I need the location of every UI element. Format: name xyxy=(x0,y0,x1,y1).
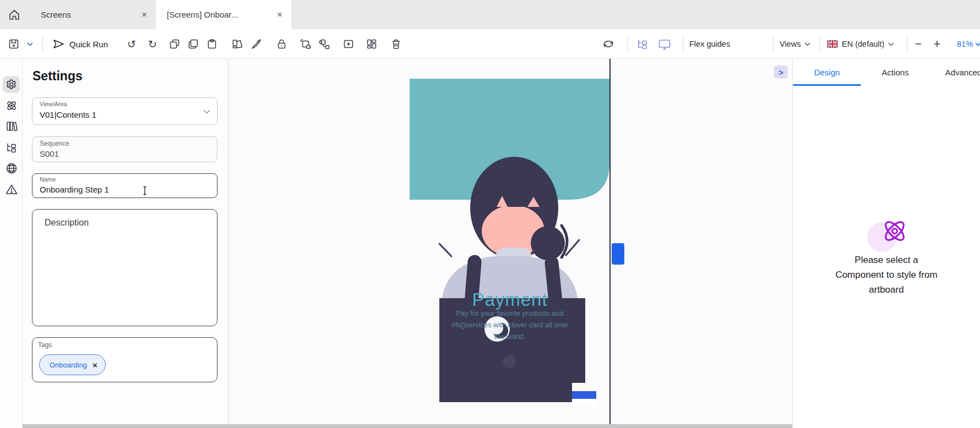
layout-button[interactable] xyxy=(362,35,381,53)
zoom-out-button[interactable]: − xyxy=(911,35,926,53)
lock-icon xyxy=(276,39,287,50)
views-label: Views xyxy=(780,40,801,48)
undo-button[interactable]: ↺ xyxy=(122,35,141,53)
sequence-label: Sequence xyxy=(40,140,69,147)
tags-field[interactable]: Tags Onboarding × xyxy=(32,337,217,382)
tag-chip-onboarding[interactable]: Onboarding × xyxy=(39,354,106,375)
quick-run-icon xyxy=(53,39,64,49)
description-textarea[interactable]: Description xyxy=(32,209,217,326)
sidebar-item-localization[interactable] xyxy=(3,160,20,177)
chevron-down-icon xyxy=(203,109,210,114)
copy-icon xyxy=(169,39,180,50)
chevron-down-icon xyxy=(27,42,33,46)
brush-icon xyxy=(251,39,262,50)
chevron-down-icon xyxy=(804,42,810,46)
tab-label: Design xyxy=(814,68,840,77)
view-area-value: V01|Contents 1 xyxy=(40,110,96,119)
chevron-down-icon xyxy=(888,42,894,46)
trash-icon xyxy=(391,39,401,50)
inspector-panel: Design Actions Advanced Please select a … xyxy=(792,59,980,428)
tab-label: Actions xyxy=(881,68,908,77)
zoom-in-button[interactable]: + xyxy=(929,35,945,53)
toolbar-separator xyxy=(627,36,628,52)
tag-label: Onboarding xyxy=(50,361,87,369)
tab-advanced[interactable]: Advanced xyxy=(929,59,980,86)
remove-tag-icon[interactable]: × xyxy=(92,361,97,369)
sidebar-item-library[interactable] xyxy=(3,118,20,135)
body-line: #N{]services with clover card all over xyxy=(451,321,568,329)
tab-label: [Screens] Onboar... xyxy=(167,10,269,19)
empty-state-message: Please select a Component to style from … xyxy=(804,253,969,297)
toolbar-separator xyxy=(819,36,820,52)
tab-screens[interactable]: Screens × xyxy=(30,0,156,29)
quick-run-button[interactable]: Quick Run xyxy=(48,35,112,53)
add-screen-icon xyxy=(343,39,354,50)
message-line: Please select a xyxy=(854,255,918,265)
panel-expand-button[interactable]: > xyxy=(774,65,788,79)
app-window: Screens × [Screens] Onboar... × xyxy=(0,0,980,428)
ungroup-icon xyxy=(318,39,330,50)
lock-button[interactable] xyxy=(272,35,291,53)
tab-actions[interactable]: Actions xyxy=(861,59,929,86)
tags-label: Tags xyxy=(38,341,52,349)
name-label: Name xyxy=(40,176,56,183)
duplicate-icon xyxy=(188,39,199,50)
add-screen-button[interactable] xyxy=(339,35,358,53)
group-button[interactable] xyxy=(296,35,315,53)
tab-screens-onboarding[interactable]: [Screens] Onboar... × xyxy=(156,0,291,29)
sidebar-item-components[interactable] xyxy=(3,97,20,114)
sidebar-item-settings[interactable] xyxy=(3,76,20,93)
redo-button[interactable]: ↻ xyxy=(143,35,162,53)
copy-button[interactable] xyxy=(165,35,184,53)
sidebar-item-issues[interactable] xyxy=(3,180,20,197)
library-icon xyxy=(6,120,18,132)
plus-icon: + xyxy=(934,38,941,50)
redo-icon: ↻ xyxy=(148,39,157,50)
brush-button[interactable] xyxy=(247,35,265,53)
monitor-icon xyxy=(658,39,671,50)
sequence-field[interactable]: Sequence S001 xyxy=(32,136,217,162)
home-button[interactable] xyxy=(0,0,29,29)
swatch-button[interactable] xyxy=(228,35,247,53)
ungroup-button[interactable] xyxy=(315,35,334,53)
name-input[interactable]: Name Onboarding Step 1 xyxy=(32,173,217,198)
artboard-canvas[interactable]: Payment Pay for your favorite products a… xyxy=(228,59,792,428)
flex-guides-label: Flex guides xyxy=(689,29,730,59)
flag-stripe xyxy=(572,391,596,399)
message-line: Component to style from xyxy=(835,270,937,280)
paste-button[interactable] xyxy=(203,35,221,53)
zoom-level-value: 81% xyxy=(957,40,973,48)
sidebar-item-structure[interactable] xyxy=(3,139,20,156)
screen-tree-button[interactable] xyxy=(633,35,652,53)
save-icon xyxy=(8,39,19,50)
toolbar-separator xyxy=(773,36,774,52)
view-area-select[interactable]: View/Area V01|Contents 1 xyxy=(32,97,217,125)
save-options-button[interactable] xyxy=(23,35,36,53)
close-icon[interactable]: × xyxy=(141,10,147,19)
paste-icon xyxy=(206,39,217,50)
language-dropdown[interactable]: EN (default) xyxy=(827,29,894,59)
delete-button[interactable] xyxy=(386,35,405,53)
home-icon xyxy=(8,9,20,21)
close-icon[interactable]: × xyxy=(277,10,282,19)
zoom-level-dropdown[interactable]: 81% xyxy=(957,29,980,59)
duplicate-button[interactable] xyxy=(184,35,203,53)
screen-body-text[interactable]: Pay for your favorite products and #N{]s… xyxy=(410,308,610,342)
language-label: EN (default) xyxy=(842,40,884,48)
sync-button[interactable] xyxy=(599,35,618,53)
views-dropdown[interactable]: Views xyxy=(780,29,810,59)
tab-design[interactable]: Design xyxy=(793,59,861,86)
tree-icon xyxy=(636,39,649,50)
view-area-label: View/Area xyxy=(40,101,67,107)
preview-monitor-button[interactable] xyxy=(655,35,674,53)
artboard-edge-guide xyxy=(609,59,611,428)
save-button[interactable] xyxy=(4,35,23,53)
tab-bar: Screens × [Screens] Onboar... × xyxy=(0,0,980,29)
gear-icon xyxy=(6,79,17,90)
globe-icon xyxy=(6,162,18,174)
flag-graphic xyxy=(572,383,596,405)
quick-run-label: Quick Run xyxy=(69,40,108,49)
horizontal-scrollbar[interactable] xyxy=(23,424,792,428)
artboard-resize-handle[interactable] xyxy=(612,243,624,265)
settings-panel: Settings View/Area V01|Contents 1 Sequen… xyxy=(23,59,228,425)
